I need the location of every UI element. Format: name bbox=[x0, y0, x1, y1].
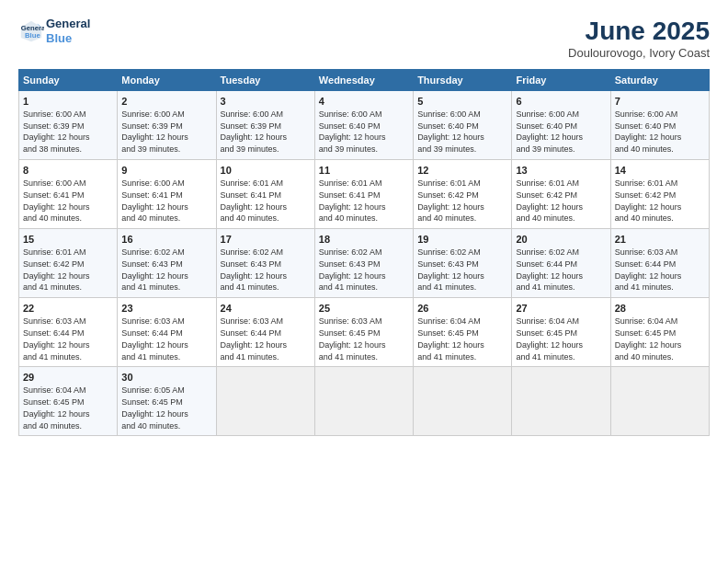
day-info: Sunrise: 6:05 AMSunset: 6:45 PMDaylight:… bbox=[121, 385, 188, 430]
calendar-cell: 14Sunrise: 6:01 AMSunset: 6:42 PMDayligh… bbox=[610, 160, 709, 229]
day-number: 9 bbox=[121, 164, 211, 178]
day-info: Sunrise: 6:04 AMSunset: 6:45 PMDaylight:… bbox=[615, 316, 682, 361]
day-number: 26 bbox=[417, 302, 507, 316]
calendar-cell bbox=[216, 367, 314, 436]
calendar-cell: 18Sunrise: 6:02 AMSunset: 6:43 PMDayligh… bbox=[314, 229, 413, 298]
day-info: Sunrise: 6:02 AMSunset: 6:44 PMDaylight:… bbox=[516, 247, 583, 292]
day-number: 19 bbox=[417, 233, 507, 247]
calendar-cell: 27Sunrise: 6:04 AMSunset: 6:45 PMDayligh… bbox=[512, 298, 610, 367]
day-info: Sunrise: 6:01 AMSunset: 6:42 PMDaylight:… bbox=[615, 178, 682, 223]
header-thursday: Thursday bbox=[414, 70, 512, 91]
calendar-cell bbox=[414, 367, 512, 436]
header-sunday: Sunday bbox=[19, 70, 118, 91]
day-number: 1 bbox=[23, 95, 113, 109]
day-number: 18 bbox=[319, 233, 409, 247]
calendar-cell: 30Sunrise: 6:05 AMSunset: 6:45 PMDayligh… bbox=[118, 367, 216, 436]
calendar-body: 1Sunrise: 6:00 AMSunset: 6:39 PMDaylight… bbox=[19, 91, 710, 436]
calendar-cell: 5Sunrise: 6:00 AMSunset: 6:40 PMDaylight… bbox=[414, 91, 512, 160]
day-number: 13 bbox=[516, 164, 606, 178]
calendar-cell: 8Sunrise: 6:00 AMSunset: 6:41 PMDaylight… bbox=[19, 160, 118, 229]
header-friday: Friday bbox=[512, 70, 610, 91]
day-number: 23 bbox=[121, 302, 211, 316]
day-info: Sunrise: 6:00 AMSunset: 6:40 PMDaylight:… bbox=[615, 109, 682, 154]
logo-blue: Blue bbox=[46, 31, 90, 46]
calendar-cell: 7Sunrise: 6:00 AMSunset: 6:40 PMDaylight… bbox=[610, 91, 709, 160]
day-info: Sunrise: 6:02 AMSunset: 6:43 PMDaylight:… bbox=[121, 247, 188, 292]
day-number: 21 bbox=[615, 233, 705, 247]
day-number: 5 bbox=[417, 95, 507, 109]
day-number: 24 bbox=[221, 302, 311, 316]
calendar-cell: 15Sunrise: 6:01 AMSunset: 6:42 PMDayligh… bbox=[19, 229, 118, 298]
calendar-cell: 21Sunrise: 6:03 AMSunset: 6:44 PMDayligh… bbox=[610, 229, 709, 298]
page-header: General Blue General Blue June 2025 Doul… bbox=[18, 17, 710, 60]
day-number: 29 bbox=[23, 371, 113, 385]
logo: General Blue General Blue bbox=[18, 17, 90, 45]
header-saturday: Saturday bbox=[610, 70, 709, 91]
calendar-cell: 17Sunrise: 6:02 AMSunset: 6:43 PMDayligh… bbox=[216, 229, 314, 298]
header-tuesday: Tuesday bbox=[216, 70, 314, 91]
day-number: 6 bbox=[516, 95, 606, 109]
day-info: Sunrise: 6:00 AMSunset: 6:40 PMDaylight:… bbox=[417, 109, 484, 154]
day-number: 11 bbox=[319, 164, 409, 178]
day-info: Sunrise: 6:01 AMSunset: 6:42 PMDaylight:… bbox=[417, 178, 484, 223]
calendar-cell: 3Sunrise: 6:00 AMSunset: 6:39 PMDaylight… bbox=[216, 91, 314, 160]
page-title: June 2025 bbox=[568, 17, 710, 46]
day-number: 17 bbox=[221, 233, 311, 247]
day-info: Sunrise: 6:01 AMSunset: 6:41 PMDaylight:… bbox=[221, 178, 288, 223]
day-number: 28 bbox=[615, 302, 705, 316]
calendar-week-row: 8Sunrise: 6:00 AMSunset: 6:41 PMDaylight… bbox=[19, 160, 710, 229]
day-info: Sunrise: 6:03 AMSunset: 6:44 PMDaylight:… bbox=[615, 247, 682, 292]
day-number: 3 bbox=[221, 95, 311, 109]
day-info: Sunrise: 6:02 AMSunset: 6:43 PMDaylight:… bbox=[319, 247, 386, 292]
header-monday: Monday bbox=[118, 70, 216, 91]
calendar-week-row: 22Sunrise: 6:03 AMSunset: 6:44 PMDayligh… bbox=[19, 298, 710, 367]
calendar-table: SundayMondayTuesdayWednesdayThursdayFrid… bbox=[18, 69, 710, 436]
calendar-cell: 26Sunrise: 6:04 AMSunset: 6:45 PMDayligh… bbox=[414, 298, 512, 367]
day-info: Sunrise: 6:01 AMSunset: 6:41 PMDaylight:… bbox=[319, 178, 386, 223]
day-number: 27 bbox=[516, 302, 606, 316]
calendar-cell bbox=[314, 367, 413, 436]
calendar-cell: 12Sunrise: 6:01 AMSunset: 6:42 PMDayligh… bbox=[414, 160, 512, 229]
day-info: Sunrise: 6:04 AMSunset: 6:45 PMDaylight:… bbox=[23, 385, 90, 430]
day-info: Sunrise: 6:03 AMSunset: 6:44 PMDaylight:… bbox=[221, 316, 288, 361]
day-info: Sunrise: 6:03 AMSunset: 6:44 PMDaylight:… bbox=[121, 316, 188, 361]
day-info: Sunrise: 6:00 AMSunset: 6:39 PMDaylight:… bbox=[221, 109, 288, 154]
day-number: 8 bbox=[23, 164, 113, 178]
calendar-cell bbox=[610, 367, 709, 436]
day-info: Sunrise: 6:00 AMSunset: 6:40 PMDaylight:… bbox=[319, 109, 386, 154]
calendar-cell: 9Sunrise: 6:00 AMSunset: 6:41 PMDaylight… bbox=[118, 160, 216, 229]
day-number: 2 bbox=[121, 95, 211, 109]
calendar-cell: 1Sunrise: 6:00 AMSunset: 6:39 PMDaylight… bbox=[19, 91, 118, 160]
calendar-cell: 11Sunrise: 6:01 AMSunset: 6:41 PMDayligh… bbox=[314, 160, 413, 229]
page-subtitle: Doulourovogo, Ivory Coast bbox=[568, 46, 710, 60]
calendar-cell: 28Sunrise: 6:04 AMSunset: 6:45 PMDayligh… bbox=[610, 298, 709, 367]
day-info: Sunrise: 6:04 AMSunset: 6:45 PMDaylight:… bbox=[516, 316, 583, 361]
calendar-cell: 4Sunrise: 6:00 AMSunset: 6:40 PMDaylight… bbox=[314, 91, 413, 160]
svg-text:Blue: Blue bbox=[25, 31, 40, 40]
day-info: Sunrise: 6:00 AMSunset: 6:39 PMDaylight:… bbox=[121, 109, 188, 154]
day-info: Sunrise: 6:04 AMSunset: 6:45 PMDaylight:… bbox=[417, 316, 484, 361]
logo-icon: General Blue bbox=[18, 18, 44, 44]
calendar-week-row: 1Sunrise: 6:00 AMSunset: 6:39 PMDaylight… bbox=[19, 91, 710, 160]
calendar-week-row: 15Sunrise: 6:01 AMSunset: 6:42 PMDayligh… bbox=[19, 229, 710, 298]
calendar-cell: 13Sunrise: 6:01 AMSunset: 6:42 PMDayligh… bbox=[512, 160, 610, 229]
day-number: 14 bbox=[615, 164, 705, 178]
day-number: 22 bbox=[23, 302, 113, 316]
day-info: Sunrise: 6:02 AMSunset: 6:43 PMDaylight:… bbox=[221, 247, 288, 292]
calendar-week-row: 29Sunrise: 6:04 AMSunset: 6:45 PMDayligh… bbox=[19, 367, 710, 436]
calendar-header-row: SundayMondayTuesdayWednesdayThursdayFrid… bbox=[19, 70, 710, 91]
day-number: 20 bbox=[516, 233, 606, 247]
calendar-cell: 6Sunrise: 6:00 AMSunset: 6:40 PMDaylight… bbox=[512, 91, 610, 160]
day-info: Sunrise: 6:00 AMSunset: 6:39 PMDaylight:… bbox=[23, 109, 90, 154]
day-number: 12 bbox=[417, 164, 507, 178]
calendar-cell: 25Sunrise: 6:03 AMSunset: 6:45 PMDayligh… bbox=[314, 298, 413, 367]
header-wednesday: Wednesday bbox=[314, 70, 413, 91]
svg-text:General: General bbox=[21, 23, 44, 31]
day-info: Sunrise: 6:02 AMSunset: 6:43 PMDaylight:… bbox=[417, 247, 484, 292]
day-info: Sunrise: 6:03 AMSunset: 6:44 PMDaylight:… bbox=[23, 316, 90, 361]
title-block: June 2025 Doulourovogo, Ivory Coast bbox=[568, 17, 710, 60]
day-info: Sunrise: 6:00 AMSunset: 6:41 PMDaylight:… bbox=[121, 178, 188, 223]
calendar-cell: 10Sunrise: 6:01 AMSunset: 6:41 PMDayligh… bbox=[216, 160, 314, 229]
calendar-cell: 29Sunrise: 6:04 AMSunset: 6:45 PMDayligh… bbox=[19, 367, 118, 436]
day-number: 25 bbox=[319, 302, 409, 316]
